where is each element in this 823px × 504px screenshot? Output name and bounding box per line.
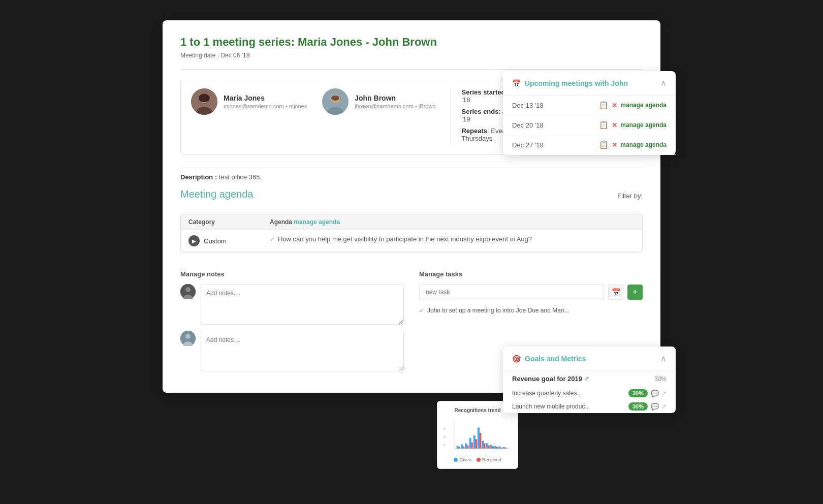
notes-title: Manage notes xyxy=(180,270,404,278)
goal-badge-1: 30% xyxy=(628,402,648,411)
meeting-row-1: Dec 20 '18 📋 ✕ manage agenda xyxy=(503,115,676,135)
collapse-goals-btn[interactable]: ∧ xyxy=(660,354,667,363)
goal-title-0: Revenue goal for 2019 ↗ xyxy=(512,375,589,383)
task-input[interactable] xyxy=(419,284,604,300)
chart-title: Recognitions trend xyxy=(444,407,512,413)
goal-sub-row-0: Increase quarterly sales... 30% 💬 ↗ xyxy=(503,387,676,400)
goal-badge-0: 30% xyxy=(628,389,648,397)
manage-notes: Manage notes xyxy=(180,270,404,377)
svg-rect-20 xyxy=(469,438,471,449)
svg-rect-31 xyxy=(467,446,468,449)
tasks-title: Manage tasks xyxy=(419,270,643,278)
trend-icon-1[interactable]: ↗ xyxy=(661,403,667,411)
external-link-icon-0[interactable]: ↗ xyxy=(584,375,589,382)
svg-rect-34 xyxy=(480,433,481,449)
cal-icon-0[interactable]: 📋 xyxy=(599,101,609,110)
svg-rect-32 xyxy=(471,442,473,448)
goal-icons-0: 💬 ↗ xyxy=(651,390,667,397)
svg-rect-26 xyxy=(494,446,496,449)
participant-1: Maria Jones mjones@samdemo.com • mjones xyxy=(191,88,307,115)
description-row: Desription : test office 365. xyxy=(180,168,643,181)
goal-percent-0: 30% xyxy=(654,375,667,383)
svg-rect-27 xyxy=(498,447,500,449)
manage-agenda-0[interactable]: manage agenda xyxy=(620,102,667,109)
agenda-row-0: ▶ Custom ✓ How can you help me get visib… xyxy=(181,230,642,252)
goal-sub-text-1: Launch new mobile produc... xyxy=(512,403,628,410)
meeting-date: Meeting date : Dec 06 '18 xyxy=(180,52,643,59)
cal-icon-1[interactable]: 📋 xyxy=(599,120,609,130)
agenda-table: Category Agenda manage agenda ▶ Custom ✓ xyxy=(180,214,643,253)
participant-2-info: John Brown jbrown@samdemo.com • jBrown xyxy=(355,94,435,109)
meeting-agenda-section: Meeting agenda Filter by: Category Agend… xyxy=(180,188,643,253)
calendar-icon-btn[interactable]: 📅 xyxy=(608,285,623,300)
add-task-btn[interactable]: + xyxy=(627,285,643,300)
upcoming-meetings-title: 📅 Upcoming meetings with John xyxy=(512,79,628,87)
col-header-agenda: Agenda manage agenda xyxy=(270,218,635,226)
svg-point-13 xyxy=(185,334,191,339)
legend-dot-given xyxy=(454,458,458,462)
svg-rect-37 xyxy=(492,447,494,449)
goals-metrics-title: 🎯 Goals and Metrics xyxy=(512,355,586,363)
notes-textarea-2[interactable] xyxy=(201,331,404,371)
meeting-date-2: Dec 27 '18 xyxy=(512,141,558,149)
participant-2-name: John Brown xyxy=(355,94,435,102)
delete-icon-1[interactable]: ✕ xyxy=(612,121,617,129)
page-title: 1 to 1 meeting series: Maria Jones - Joh… xyxy=(180,36,643,49)
meeting-actions-2: 📋 ✕ manage agenda xyxy=(599,140,667,149)
meeting-agenda-title: Meeting agenda xyxy=(180,188,253,200)
participant-2-email: jbrown@samdemo.com • jBrown xyxy=(355,103,435,109)
svg-rect-19 xyxy=(465,443,467,448)
agenda-table-header: Category Agenda manage agenda xyxy=(181,214,642,230)
notes-textarea-1[interactable] xyxy=(201,284,404,325)
goal-sub-row-1: Launch new mobile produc... 30% 💬 ↗ xyxy=(503,400,676,413)
delete-icon-2[interactable]: ✕ xyxy=(612,141,617,149)
manage-agenda-link-header[interactable]: manage agenda xyxy=(294,218,340,226)
calendar-panel-icon: 📅 xyxy=(512,79,521,87)
recognitions-chart: 5 3 1 xyxy=(444,417,512,454)
svg-point-10 xyxy=(185,287,191,292)
svg-text:5: 5 xyxy=(444,427,446,431)
task-checkmark: ✓ xyxy=(419,307,424,314)
avatar-john xyxy=(322,88,349,115)
svg-point-4 xyxy=(199,94,210,102)
comment-icon-1[interactable]: 💬 xyxy=(651,403,659,411)
note-entry-2 xyxy=(180,331,404,371)
svg-text:3: 3 xyxy=(444,435,446,438)
legend-dot-received xyxy=(477,458,481,462)
agenda-category-0: ▶ Custom xyxy=(188,235,270,246)
collapse-upcoming-btn[interactable]: ∧ xyxy=(660,78,667,88)
goals-metrics-panel: 🎯 Goals and Metrics ∧ Revenue goal for 2… xyxy=(503,346,676,413)
svg-rect-21 xyxy=(473,435,476,449)
svg-rect-23 xyxy=(482,440,484,448)
legend-given: Given xyxy=(454,457,471,462)
checkmark-icon: ✓ xyxy=(270,236,275,243)
goal-icons-1: 💬 ↗ xyxy=(651,403,667,411)
svg-text:1: 1 xyxy=(444,443,446,447)
chart-legend: Given Received xyxy=(444,457,512,462)
note-avatar-1 xyxy=(180,284,196,299)
note-entry-1 xyxy=(180,284,404,325)
svg-rect-18 xyxy=(461,444,463,448)
meeting-date-0: Dec 13 '18 xyxy=(512,102,558,109)
comment-icon-0[interactable]: 💬 xyxy=(651,390,659,397)
meeting-row-0: Dec 13 '18 📋 ✕ manage agenda xyxy=(503,96,676,115)
delete-icon-0[interactable]: ✕ xyxy=(612,102,617,109)
meeting-date-1: Dec 20 '18 xyxy=(512,121,558,129)
svg-rect-38 xyxy=(496,447,498,449)
svg-rect-24 xyxy=(486,443,488,448)
cal-icon-2[interactable]: 📋 xyxy=(599,140,609,149)
task-item-0: ✓ John to set up a meeting to intro Joe … xyxy=(419,306,643,314)
manage-agenda-2[interactable]: manage agenda xyxy=(620,141,667,148)
meeting-actions-1: 📋 ✕ manage agenda xyxy=(599,120,667,130)
svg-rect-35 xyxy=(484,443,485,448)
goal-row-0: Revenue goal for 2019 ↗ 30% xyxy=(503,371,676,387)
legend-received: Received xyxy=(477,457,501,462)
goal-sub-text-0: Increase quarterly sales... xyxy=(512,390,628,397)
svg-rect-17 xyxy=(457,446,459,449)
divider xyxy=(180,69,643,70)
category-icon-0: ▶ xyxy=(188,235,200,246)
trend-icon-0[interactable]: ↗ xyxy=(661,390,667,397)
svg-rect-40 xyxy=(505,448,507,449)
svg-rect-30 xyxy=(463,447,464,449)
manage-agenda-1[interactable]: manage agenda xyxy=(620,121,667,129)
